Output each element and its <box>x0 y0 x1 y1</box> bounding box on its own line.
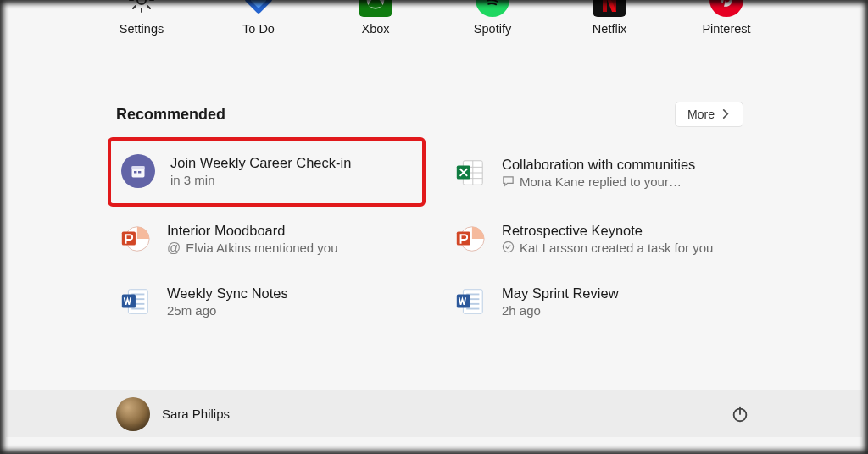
recommended-item[interactable]: Retrospective Keynote Kat Larsson create… <box>442 215 760 263</box>
excel-icon <box>453 156 487 190</box>
pinned-app-pinterest[interactable]: Pinterest <box>684 0 769 36</box>
recommended-item[interactable]: Weekly Sync Notes 25m ago <box>108 278 426 325</box>
recommended-item-sub: 2h ago <box>502 303 541 318</box>
pinned-label: Pinterest <box>702 22 750 36</box>
start-menu-panel: Settings To Do Xbox <box>6 0 862 437</box>
more-button-label: More <box>687 108 715 121</box>
recommended-item-title: May Sprint Review <box>502 285 619 302</box>
pinned-label: To Do <box>242 22 275 36</box>
svg-point-18 <box>503 241 513 252</box>
more-button[interactable]: More <box>675 102 743 127</box>
svg-point-0 <box>137 0 146 4</box>
recommended-item-sub: in 3 min <box>170 173 215 187</box>
recommended-header: Recommended More <box>6 102 862 127</box>
pinned-label: Xbox <box>361 22 389 36</box>
pinned-app-settings[interactable]: Settings <box>99 0 184 36</box>
recommended-item-title: Weekly Sync Notes <box>167 285 288 302</box>
recommended-item-sub: Kat Larsson created a task for you <box>520 241 713 255</box>
pinterest-icon <box>709 0 743 17</box>
todo-icon <box>242 0 275 17</box>
recommended-item[interactable]: Interior Moodboard @ Elvia Atkins mentio… <box>108 215 426 263</box>
teams-calendar-icon <box>121 154 155 188</box>
recommended-item-sub: Elvia Atkins mentioned you <box>186 241 337 255</box>
svg-rect-15 <box>122 231 136 245</box>
netflix-icon <box>593 0 626 17</box>
word-icon <box>118 285 152 318</box>
xbox-icon <box>359 0 392 17</box>
pinned-label: Spotify <box>474 22 511 36</box>
chevron-right-icon <box>721 108 731 121</box>
word-icon <box>453 285 487 318</box>
check-circle-icon <box>502 241 515 256</box>
spotify-icon <box>476 0 509 17</box>
recommended-item-sub: 25m ago <box>167 303 216 318</box>
recommended-grid: Join Weekly Career Check-in in 3 min Col… <box>6 127 862 325</box>
powerpoint-icon <box>118 222 152 256</box>
power-button[interactable] <box>728 402 752 426</box>
recommended-item-title: Interior Moodboard <box>167 223 338 239</box>
pinned-app-todo[interactable]: To Do <box>216 0 301 36</box>
pinned-app-netflix[interactable]: Netflix <box>567 0 652 36</box>
recommended-item-title: Collaboration with communities <box>502 157 695 173</box>
pinned-app-xbox[interactable]: Xbox <box>333 0 418 36</box>
pinned-apps-row: Settings To Do Xbox <box>6 0 862 36</box>
svg-rect-7 <box>138 171 141 174</box>
pinned-label: Settings <box>120 22 164 36</box>
recommended-item[interactable]: Join Weekly Career Check-in in 3 min <box>108 137 426 207</box>
user-name: Sara Philips <box>162 407 230 421</box>
svg-rect-5 <box>132 166 145 169</box>
recommended-title: Recommended <box>116 106 225 124</box>
powerpoint-icon <box>453 222 487 256</box>
mention-icon: @ <box>167 241 181 256</box>
settings-icon <box>125 0 159 17</box>
recommended-item[interactable]: Collaboration with communities Mona Kane… <box>442 146 760 200</box>
pinned-app-spotify[interactable]: Spotify <box>450 0 535 36</box>
recommended-item-sub: Mona Kane replied to your… <box>520 174 682 189</box>
avatar <box>116 397 150 431</box>
recommended-item-title: Join Weekly Career Check-in <box>170 155 351 171</box>
svg-rect-17 <box>457 231 470 245</box>
svg-rect-6 <box>134 171 136 174</box>
start-menu-footer: Sara Philips <box>6 390 862 437</box>
user-account-button[interactable]: Sara Philips <box>116 397 230 431</box>
comment-icon <box>502 174 515 190</box>
pinned-label: Netflix <box>593 22 626 36</box>
recommended-item-title: Retrospective Keynote <box>502 223 713 239</box>
recommended-item[interactable]: May Sprint Review 2h ago <box>442 278 760 325</box>
power-icon <box>731 405 749 424</box>
